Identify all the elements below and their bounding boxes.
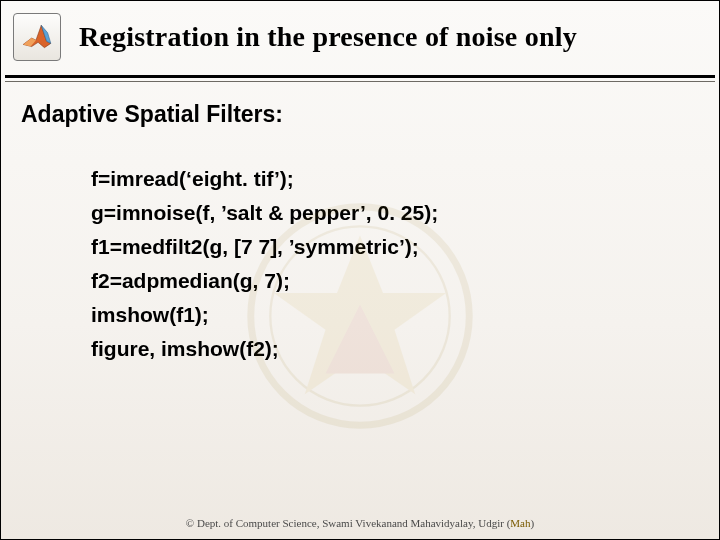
section-title: Adaptive Spatial Filters: [21,101,699,128]
matlab-membrane-icon [13,13,61,61]
code-line: imshow(f1); [91,298,699,332]
slide-footer: © Dept. of Computer Science, Swami Vivek… [1,517,719,529]
slide-header: Registration in the presence of noise on… [1,1,719,73]
code-line: f2=adpmedian(g, 7); [91,264,699,298]
header-divider [1,75,719,83]
footer-highlight: Mah [510,517,530,529]
slide-title: Registration in the presence of noise on… [79,21,719,53]
code-line: g=imnoise(f, ’salt & pepper’, 0. 25); [91,196,699,230]
code-block: f=imread(‘eight. tif’); g=imnoise(f, ’sa… [21,162,699,366]
code-line: figure, imshow(f2); [91,332,699,366]
footer-text-prefix: © Dept. of Computer Science, Swami Vivek… [186,517,510,529]
slide-content: Adaptive Spatial Filters: f=imread(‘eigh… [1,83,719,366]
slide: Registration in the presence of noise on… [0,0,720,540]
footer-text-suffix: ) [530,517,534,529]
code-line: f1=medfilt2(g, [7 7], ’symmetric’); [91,230,699,264]
code-line: f=imread(‘eight. tif’); [91,162,699,196]
